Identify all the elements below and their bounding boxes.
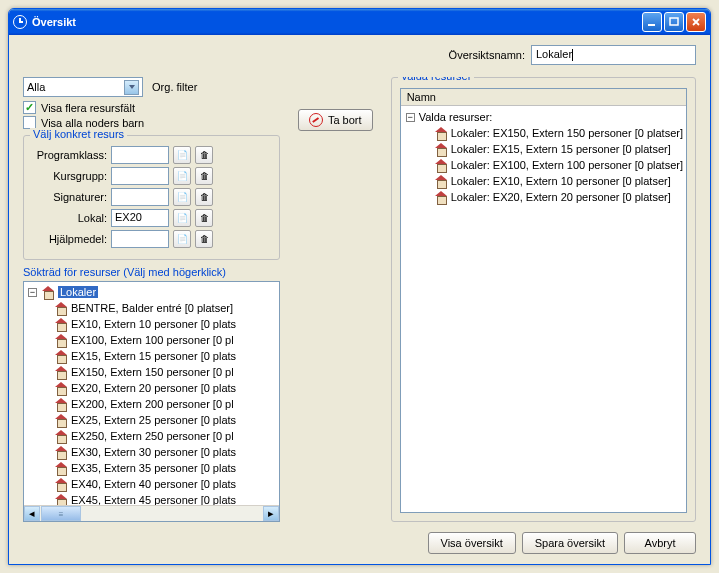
- house-icon: [54, 318, 68, 330]
- selected-item-label: Lokaler: EX15, Extern 15 personer [0 pla…: [451, 143, 671, 155]
- selected-item[interactable]: Lokaler: EX10, Extern 10 personer [0 pla…: [404, 173, 683, 189]
- horizontal-scrollbar[interactable]: ◂ ▸: [24, 505, 279, 521]
- forbidden-icon: [309, 113, 323, 127]
- save-overview-button[interactable]: Spara översikt: [522, 532, 618, 554]
- overview-name-input[interactable]: Lokaler: [531, 45, 696, 65]
- clock-icon: [13, 15, 27, 29]
- form-row: Lokal:EX20📄🗑: [32, 209, 271, 227]
- remove-button[interactable]: Ta bort: [298, 109, 373, 131]
- tree-item-label: EX25, Extern 25 personer [0 plats: [71, 414, 236, 426]
- org-filter-value: Alla: [27, 81, 45, 93]
- chevron-down-icon: [124, 80, 139, 95]
- house-icon: [434, 127, 448, 139]
- search-tree-title: Sökträd för resurser (Välj med högerklic…: [23, 266, 280, 278]
- tree-item[interactable]: EX20, Extern 20 personer [0 plats: [26, 380, 277, 396]
- org-filter-select[interactable]: Alla: [23, 77, 143, 97]
- browse-icon[interactable]: 📄: [173, 167, 191, 185]
- maximize-button[interactable]: [664, 12, 684, 32]
- form-input[interactable]: [111, 230, 169, 248]
- form-label: Programklass:: [32, 149, 107, 161]
- tree-item-label: EX15, Extern 15 personer [0 plats: [71, 350, 236, 362]
- form-input[interactable]: [111, 188, 169, 206]
- selected-root-node[interactable]: − Valda resurser:: [404, 109, 683, 125]
- left-column: Alla Org. filter Visa flera resursfält V…: [23, 77, 280, 522]
- search-tree[interactable]: − Lokaler BENTRE, Balder entré [0 platse…: [23, 281, 280, 522]
- tree-item-label: EX40, Extern 40 personer [0 plats: [71, 478, 236, 490]
- tree-item[interactable]: EX40, Extern 40 personer [0 plats: [26, 476, 277, 492]
- browse-icon[interactable]: 📄: [173, 230, 191, 248]
- tree-item-label: EX30, Extern 30 personer [0 plats: [71, 446, 236, 458]
- collapse-icon[interactable]: −: [406, 113, 415, 122]
- house-icon: [54, 414, 68, 426]
- scroll-track[interactable]: [81, 506, 263, 521]
- form-input[interactable]: EX20: [111, 209, 169, 227]
- tree-item[interactable]: EX10, Extern 10 personer [0 plats: [26, 316, 277, 332]
- tree-item-label: EX200, Extern 200 personer [0 pl: [71, 398, 234, 410]
- tree-item[interactable]: EX150, Extern 150 personer [0 pl: [26, 364, 277, 380]
- house-icon: [41, 286, 55, 298]
- house-icon: [434, 143, 448, 155]
- form-row: Programklass:📄🗑: [32, 146, 271, 164]
- clear-icon[interactable]: 🗑: [195, 209, 213, 227]
- form-label: Hjälpmedel:: [32, 233, 107, 245]
- scroll-thumb[interactable]: [41, 506, 81, 521]
- house-icon: [54, 366, 68, 378]
- org-filter-label: Org. filter: [152, 81, 197, 93]
- selected-item[interactable]: Lokaler: EX150, Extern 150 personer [0 p…: [404, 125, 683, 141]
- browse-icon[interactable]: 📄: [173, 146, 191, 164]
- house-icon: [54, 446, 68, 458]
- remove-button-label: Ta bort: [328, 114, 362, 126]
- close-button[interactable]: [686, 12, 706, 32]
- selected-item[interactable]: Lokaler: EX20, Extern 20 personer [0 pla…: [404, 189, 683, 205]
- house-icon: [434, 191, 448, 203]
- form-input[interactable]: [111, 146, 169, 164]
- tree-item[interactable]: EX200, Extern 200 personer [0 pl: [26, 396, 277, 412]
- tree-item[interactable]: EX100, Extern 100 personer [0 pl: [26, 332, 277, 348]
- overview-name-label: Översiktsnamn:: [449, 49, 525, 61]
- tree-item-label: EX20, Extern 20 personer [0 plats: [71, 382, 236, 394]
- browse-icon[interactable]: 📄: [173, 188, 191, 206]
- scroll-left-button[interactable]: ◂: [24, 506, 40, 521]
- selected-root-label: Valda resurser:: [419, 111, 493, 123]
- clear-icon[interactable]: 🗑: [195, 167, 213, 185]
- tree-item[interactable]: EX30, Extern 30 personer [0 plats: [26, 444, 277, 460]
- right-column: Valda resurser Namn − Valda resurser: Lo…: [391, 77, 696, 522]
- house-icon: [54, 430, 68, 442]
- selected-item-label: Lokaler: EX100, Extern 100 personer [0 p…: [451, 159, 683, 171]
- selected-item-label: Lokaler: EX20, Extern 20 personer [0 pla…: [451, 191, 671, 203]
- house-icon: [54, 398, 68, 410]
- selected-tree[interactable]: Namn − Valda resurser: Lokaler: EX150, E…: [400, 88, 687, 513]
- tree-item[interactable]: EX250, Extern 250 personer [0 pl: [26, 428, 277, 444]
- house-icon: [54, 302, 68, 314]
- tree-item[interactable]: EX35, Extern 35 personer [0 plats: [26, 460, 277, 476]
- house-icon: [54, 334, 68, 346]
- svg-rect-0: [648, 24, 655, 26]
- selected-item[interactable]: Lokaler: EX100, Extern 100 personer [0 p…: [404, 157, 683, 173]
- collapse-icon[interactable]: −: [28, 288, 37, 297]
- concrete-resource-title: Välj konkret resurs: [30, 128, 127, 140]
- content-area: Översiktsnamn: Lokaler Alla Org. filter …: [9, 35, 710, 564]
- form-label: Lokal:: [32, 212, 107, 224]
- titlebar: Översikt: [9, 9, 710, 35]
- minimize-button[interactable]: [642, 12, 662, 32]
- scroll-right-button[interactable]: ▸: [263, 506, 279, 521]
- window-title: Översikt: [32, 16, 642, 28]
- svg-rect-1: [670, 18, 678, 25]
- show-multiple-fields-checkbox[interactable]: [23, 101, 36, 114]
- top-row-right: Översiktsnamn: Lokaler: [393, 45, 696, 65]
- browse-icon[interactable]: 📄: [173, 209, 191, 227]
- tree-item[interactable]: EX15, Extern 15 personer [0 plats: [26, 348, 277, 364]
- selected-item[interactable]: Lokaler: EX15, Extern 15 personer [0 pla…: [404, 141, 683, 157]
- tree-item[interactable]: EX25, Extern 25 personer [0 plats: [26, 412, 277, 428]
- clear-icon[interactable]: 🗑: [195, 146, 213, 164]
- show-overview-button[interactable]: Visa översikt: [428, 532, 516, 554]
- clear-icon[interactable]: 🗑: [195, 188, 213, 206]
- cancel-button[interactable]: Avbryt: [624, 532, 696, 554]
- tree-item[interactable]: BENTRE, Balder entré [0 platser]: [26, 300, 277, 316]
- main-columns: Alla Org. filter Visa flera resursfält V…: [23, 77, 696, 522]
- tree-root-node[interactable]: − Lokaler: [26, 284, 277, 300]
- form-row: Hjälpmedel:📄🗑: [32, 230, 271, 248]
- form-input[interactable]: [111, 167, 169, 185]
- concrete-resource-group: Välj konkret resurs Programklass:📄🗑Kursg…: [23, 135, 280, 260]
- clear-icon[interactable]: 🗑: [195, 230, 213, 248]
